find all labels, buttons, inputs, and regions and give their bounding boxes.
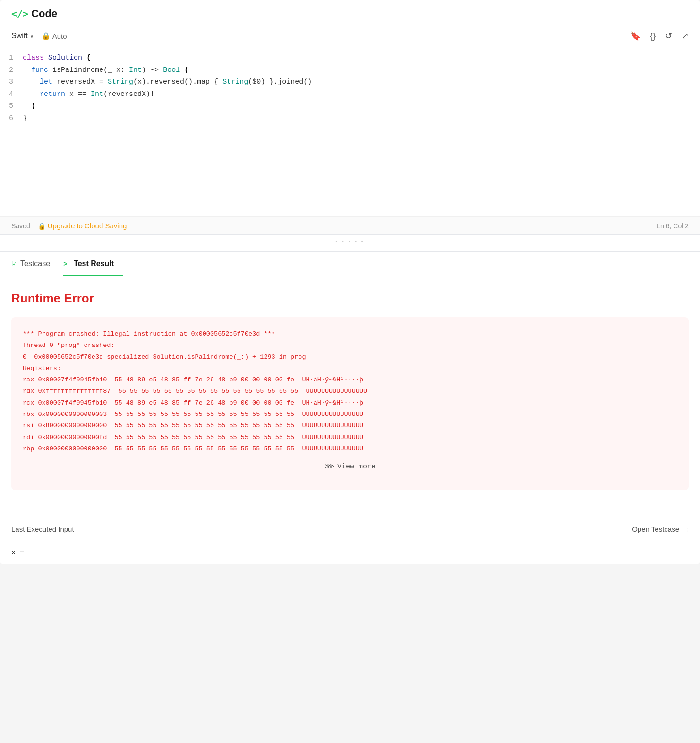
line-content-3: let reversedX = String(x).reversed().map… <box>23 76 696 88</box>
code-line-1: 1 class Solution { <box>0 52 700 64</box>
chevron-down-icon: ∨ <box>30 33 34 39</box>
undo-icon[interactable]: ↺ <box>665 31 672 41</box>
error-line-2: Thread 0 "prog" crashed: <box>23 340 677 351</box>
language-label: Swift <box>11 32 28 40</box>
terminal-icon: >_ <box>63 260 71 268</box>
error-line-3: 0 0x00005652c5f70e3d specialized Solutio… <box>23 352 677 363</box>
code-line-6: 6 } <box>0 112 700 125</box>
code-toolbar: Swift ∨ 🔒 Auto 🔖 {} ↺ ⤢ <box>0 26 700 46</box>
error-line-rbx: rbx 0x0000000000000003 55 55 55 55 55 55… <box>23 409 677 420</box>
tab-testcase[interactable]: ☑ Testcase <box>11 252 60 276</box>
panel-tabs: ☑ Testcase >_ Test Result <box>0 252 700 276</box>
error-output-box: *** Program crashed: Illegal instruction… <box>11 317 689 490</box>
code-status-bar: Saved 🔒 Upgrade to Cloud Saving Ln 6, Co… <box>0 216 700 234</box>
open-testcase-button[interactable]: Open Testcase ⬚ <box>632 525 689 533</box>
last-executed-label: Last Executed Input <box>11 525 74 533</box>
last-executed-section: Last Executed Input Open Testcase ⬚ <box>0 517 700 541</box>
error-line-rdi: rdi 0x00000000000000fd 55 55 55 55 55 55… <box>23 432 677 443</box>
code-title: </> Code <box>11 8 57 20</box>
code-line-3: 3 let reversedX = String(x).reversed().m… <box>0 76 700 88</box>
testcase-check-icon: ☑ <box>11 259 17 268</box>
tab-test-result[interactable]: >_ Test Result <box>63 252 123 276</box>
line-content-5: } <box>23 100 696 112</box>
drag-handle[interactable]: • • • • • <box>0 235 700 249</box>
code-line-2: 2 func isPalindrome(_ x: Int) -> Bool { <box>0 64 700 77</box>
line-content-2: func isPalindrome(_ x: Int) -> Bool { <box>23 64 696 77</box>
language-selector[interactable]: Swift ∨ <box>11 32 34 40</box>
line-number-5: 5 <box>4 100 23 112</box>
auto-mode-badge: 🔒 Auto <box>42 32 67 40</box>
code-header: </> Code <box>0 0 700 26</box>
line-content-1: class Solution { <box>23 52 696 64</box>
view-more-icon: ⋙ <box>324 460 334 473</box>
upgrade-text: Upgrade to Cloud Saving <box>48 222 127 230</box>
code-section: </> Code Swift ∨ 🔒 Auto 🔖 {} ↺ ⤢ <box>0 0 700 235</box>
upgrade-lock-icon: 🔒 <box>38 222 46 230</box>
line-number-2: 2 <box>4 64 23 77</box>
runtime-error-title: Runtime Error <box>11 291 689 306</box>
code-line-5: 5 } <box>0 100 700 112</box>
open-testcase-label: Open Testcase <box>632 525 679 533</box>
open-testcase-icon: ⬚ <box>682 525 689 533</box>
main-container: </> Code Swift ∨ 🔒 Auto 🔖 {} ↺ ⤢ <box>0 0 700 564</box>
line-content-4: return x == Int(reversedX)! <box>23 88 696 101</box>
line-number-1: 1 <box>4 52 23 64</box>
auto-mode-label: Auto <box>52 32 67 40</box>
error-line-rax: rax 0x00007f4f9945fb10 55 48 89 e5 48 85… <box>23 374 677 386</box>
test-result-tab-label: Test Result <box>74 259 114 268</box>
error-line-rdx: rdx 0xfffffffffffffff87 55 55 55 55 55 5… <box>23 386 677 397</box>
error-line-rcx: rcx 0x00007f4f9945fb10 55 48 89 e5 48 85… <box>23 397 677 409</box>
input-preview: x = <box>0 541 700 564</box>
bookmark-icon[interactable]: 🔖 <box>630 31 640 41</box>
line-col-indicator: Ln 6, Col 2 <box>657 222 689 230</box>
drag-dots: • • • • • <box>335 239 364 245</box>
error-line-1: *** Program crashed: Illegal instruction… <box>23 328 677 340</box>
code-title-icon: </> <box>11 8 28 19</box>
error-line-rsi: rsi 0x8000000000000000 55 55 55 55 55 55… <box>23 420 677 432</box>
lock-icon: 🔒 <box>42 32 51 40</box>
input-label: x = <box>11 549 24 557</box>
view-more-button[interactable]: ⋙ View more <box>23 455 677 479</box>
saved-label: Saved <box>11 222 30 230</box>
upgrade-cloud-link[interactable]: 🔒 Upgrade to Cloud Saving <box>38 222 127 230</box>
line-number-6: 6 <box>4 112 23 125</box>
line-content-6: } <box>23 112 696 125</box>
expand-icon[interactable]: ⤢ <box>682 31 689 41</box>
panel-content: Runtime Error *** Program crashed: Illeg… <box>0 276 700 517</box>
code-title-text: Code <box>31 8 57 20</box>
braces-icon[interactable]: {} <box>650 31 656 41</box>
toolbar-right: 🔖 {} ↺ ⤢ <box>630 31 689 41</box>
code-line-4: 4 return x == Int(reversedX)! <box>0 88 700 101</box>
line-number-3: 3 <box>4 76 23 88</box>
bottom-panel: ☑ Testcase >_ Test Result Runtime Error … <box>0 251 700 564</box>
view-more-label: View more <box>337 460 376 473</box>
error-line-rbp: rbp 0x0000000000000000 55 55 55 55 55 55… <box>23 443 677 455</box>
line-number-4: 4 <box>4 88 23 101</box>
code-editor[interactable]: 1 class Solution { 2 func isPalindrome(_… <box>0 46 700 216</box>
testcase-tab-label: Testcase <box>20 259 50 268</box>
error-line-4: Registers: <box>23 363 677 374</box>
